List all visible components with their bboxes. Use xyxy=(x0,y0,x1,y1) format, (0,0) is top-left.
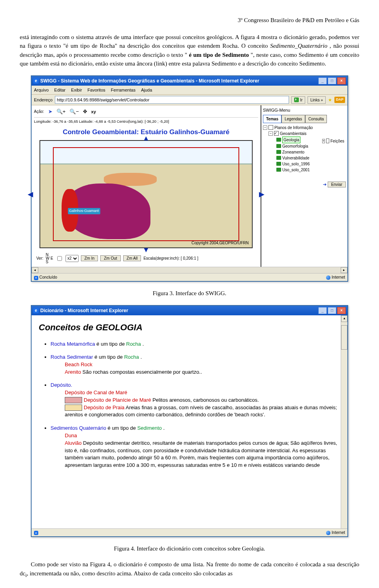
scroll-up-icon[interactable]: ▴ xyxy=(341,315,347,322)
layer-icon xyxy=(276,138,281,142)
subconcept: Depósito de Canal de Maré xyxy=(65,390,127,395)
map-red-frame xyxy=(53,147,239,241)
tree-group[interactable]: Geoambientais xyxy=(280,131,306,137)
layer-uso01[interactable]: Uso_solo_2001 xyxy=(282,167,310,173)
ie-window-dict: e Dicionário - Microsoft Internet Explor… xyxy=(31,305,348,537)
close-button[interactable]: × xyxy=(337,307,346,314)
pointer-icon[interactable]: ➤ xyxy=(48,108,53,116)
subconcept: Duna xyxy=(65,433,77,438)
go-button[interactable]: Ir xyxy=(291,96,305,104)
scale-text: Escala(degree:inch): [ 0,206:1 ] xyxy=(143,255,198,261)
nav-left-icon[interactable]: ◀ xyxy=(28,189,33,200)
globe-icon xyxy=(326,531,330,535)
list-item: Rocha Metamórfica é um tipo de Rocha . xyxy=(51,340,340,348)
scroll-left-icon[interactable]: ◂ xyxy=(32,267,38,273)
paragraph-2: Como pode ser visto na Figura 4, o dicio… xyxy=(20,560,359,579)
scroll-track[interactable] xyxy=(38,267,341,273)
zoom-all-button[interactable]: Zm All xyxy=(123,255,141,261)
tab-consulta[interactable]: Consulta xyxy=(305,115,327,123)
figure-3-caption: Figura 3. Interface do SWIGG. xyxy=(20,289,359,298)
map-canvas[interactable]: Galinhos-Guamaré Copyright 2004,GEOPRO/U… xyxy=(39,140,253,248)
concept-link[interactable]: Rocha Sedimentar xyxy=(51,354,93,360)
status-text: Concluído xyxy=(39,275,57,279)
hscrollbar[interactable]: ◂ ▸ xyxy=(32,267,347,273)
page-icon: e xyxy=(34,276,38,280)
layer-zone[interactable]: Zoneamento xyxy=(282,149,304,155)
item-tail: . xyxy=(141,341,144,347)
maximize-button[interactable]: □ xyxy=(328,307,336,314)
concept-link[interactable]: Depósito. xyxy=(51,382,72,388)
p1-ital: Sedimento_Quaternário xyxy=(270,43,327,49)
tree-root[interactable]: Planos de Informação xyxy=(274,125,313,131)
p2-seg2: , incrementada ou não, como descrito aci… xyxy=(27,570,233,577)
subconcept: Aluvião xyxy=(65,440,82,446)
ie-content: Ação: ➤ 🔍+ 🔍− ✥ xy Longitude: -36,76 a -… xyxy=(32,105,347,273)
nav-right-icon[interactable]: ▶ xyxy=(259,189,265,200)
tree-check[interactable] xyxy=(274,131,279,136)
subconcept-desc: Depósito sedimentar detrítico, resultant… xyxy=(65,440,337,468)
zoom-out-button[interactable]: Zm Out xyxy=(100,255,120,261)
tree-toggle-icon[interactable]: − xyxy=(268,131,273,136)
zoom-in-icon[interactable]: 🔍+ xyxy=(56,108,66,116)
scroll-thumb[interactable] xyxy=(341,325,347,350)
layer-geomorf[interactable]: Geomorfologia xyxy=(282,143,308,149)
side-header: SWIGG-Menu xyxy=(263,107,346,114)
concept-link[interactable]: Sedimentos Quaternário xyxy=(51,425,106,431)
menu-editar[interactable]: Editar xyxy=(54,87,66,94)
ie-logo-icon: e xyxy=(33,308,39,313)
concept-link[interactable]: Rocha xyxy=(124,354,139,360)
menu-favoritos[interactable]: Favoritos xyxy=(88,87,105,94)
nav-up-icon[interactable]: ▲ xyxy=(143,133,150,144)
figure-4-caption: Figura 4. Interface do dicionário com co… xyxy=(20,544,359,553)
menu-exibir[interactable]: Exibir xyxy=(71,87,82,94)
minimize-button[interactable]: _ xyxy=(318,77,327,84)
tab-legendas[interactable]: Legendas xyxy=(281,115,305,123)
menu-ferramentas[interactable]: Ferramentas xyxy=(111,87,135,94)
page-header: 3º Congresso Brasileiro de P&D em Petról… xyxy=(20,16,359,25)
swatch-icon xyxy=(65,397,82,403)
zoom-in-button[interactable]: Zm In xyxy=(81,255,98,261)
tab-temas[interactable]: Temas xyxy=(263,115,281,123)
scroll-right-icon[interactable]: ▸ xyxy=(341,267,347,273)
statusbar: e Internet xyxy=(32,528,347,536)
tree-toggle-icon[interactable]: + xyxy=(322,139,325,143)
concept-link[interactable]: Rocha xyxy=(126,341,141,347)
globe-icon xyxy=(326,275,330,280)
close-button[interactable]: × xyxy=(337,77,346,84)
tree-check[interactable] xyxy=(268,125,273,130)
layer-uso96[interactable]: Uso_solo_1996 xyxy=(282,161,310,167)
star-icon[interactable]: ★ xyxy=(328,97,332,103)
tree-check[interactable] xyxy=(326,139,329,143)
nav-down-icon[interactable]: ▼ xyxy=(143,245,150,255)
titlebar: e Dicionário - Microsoft Internet Explor… xyxy=(32,306,347,315)
coords-text: Longitude: -36,76 a -35,65 Latitude: -4,… xyxy=(34,118,258,125)
header-text: 3º Congresso Brasileiro de P&D em Petról… xyxy=(238,17,359,23)
tree-feicoes[interactable]: Feições xyxy=(330,138,344,144)
pan-icon[interactable]: ✥ xyxy=(83,108,87,116)
zoom-out-icon[interactable]: 🔍− xyxy=(69,108,79,116)
address-bar: Endereço Ir Links » ★ DAP xyxy=(32,95,347,105)
vscrollbar[interactable]: ▴ xyxy=(341,315,347,528)
ver-checkbox[interactable] xyxy=(57,256,62,261)
menu-ajuda[interactable]: Ajuda xyxy=(141,87,152,94)
layer-geologia[interactable]: Geologia xyxy=(282,137,300,143)
concept-link[interactable]: Rocha Metamórfica xyxy=(51,341,95,347)
url-input[interactable] xyxy=(55,96,289,104)
subconcept-desc: São rochas compostas essencialmente por … xyxy=(81,369,202,375)
minimize-button[interactable]: _ xyxy=(318,307,327,314)
layer-icon xyxy=(276,150,281,154)
enviar-button[interactable]: Enviar xyxy=(328,182,346,187)
dap-button[interactable]: DAP xyxy=(334,97,345,103)
xy-icon[interactable]: xy xyxy=(91,109,96,115)
tree-toggle-icon[interactable]: − xyxy=(263,125,267,130)
layer-icon xyxy=(276,156,281,160)
layer-tree: −Planos de Informação −Geoambientais Geo… xyxy=(263,125,346,179)
layer-vuln[interactable]: Vulnerabilidade xyxy=(282,155,310,161)
menu-arquivo[interactable]: Arquivo xyxy=(34,87,49,94)
concept-link[interactable]: Sedimento xyxy=(137,425,162,431)
acao-label: Ação: xyxy=(34,109,44,114)
zoom-select[interactable]: x2 xyxy=(66,255,79,262)
links-button[interactable]: Links » xyxy=(308,96,326,104)
maximize-button[interactable]: □ xyxy=(328,77,336,84)
page-icon: e xyxy=(34,531,38,535)
